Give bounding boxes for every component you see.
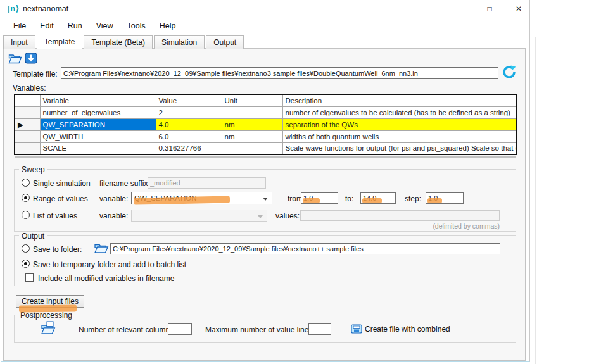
save-to-folder-radio[interactable] (22, 244, 30, 253)
cell-description[interactable]: separation of the QWs (282, 118, 517, 130)
background-edge-line (535, 37, 536, 364)
cell-description[interactable]: Scale wave functions for output (for psi… (282, 142, 517, 154)
cell-description[interactable]: number of eigenvalues to be calculated (… (282, 106, 517, 118)
row-selector[interactable] (15, 142, 40, 154)
table-row: number_of_eigenvalues 2 number of eigenv… (15, 106, 517, 118)
range-of-values-radio[interactable] (22, 194, 30, 202)
values-hint: (delimited by commas) (381, 222, 500, 230)
tab-input[interactable]: Input (3, 35, 35, 49)
relevant-column-label: Number of relevant column: (79, 325, 172, 334)
app-window: |n⟩ nextnanomat — □ ✕ File Edit Run View… (1, 0, 530, 362)
tab-output[interactable]: Output (206, 35, 244, 49)
list-variable-select[interactable] (131, 210, 267, 222)
to-input[interactable] (360, 192, 396, 204)
range-variable-value: QW_SEPARATION (134, 194, 197, 202)
row-selector-current-icon[interactable]: ▶ (15, 118, 40, 130)
to-label: to: (345, 194, 353, 203)
range-of-values-label: Range of values (33, 194, 88, 203)
create-combined-file-label[interactable]: Create file with combined (365, 325, 450, 334)
create-input-files-button[interactable]: Create input files (16, 295, 84, 308)
relevant-column-input[interactable] (168, 323, 192, 335)
list-of-values-label: List of values (33, 211, 77, 220)
row-selector[interactable] (15, 130, 40, 142)
table-row: SCALE 0.316227766 Scale wave functions f… (15, 142, 517, 154)
value-lines-input[interactable] (308, 323, 331, 335)
table-row-selected: ▶ QW_SEPARATION 4.0 nm separation of the… (15, 118, 517, 130)
column-header-description[interactable]: Description (282, 94, 517, 106)
open-template-folder-icon[interactable] (8, 53, 22, 66)
cell-unit[interactable] (222, 142, 282, 154)
output-folder-input[interactable] (110, 243, 500, 254)
tab-strip: Input Template Template (Beta) Simulatio… (3, 33, 245, 49)
cell-variable[interactable]: number_of_eigenvalues (40, 106, 156, 118)
row-selector[interactable] (15, 106, 40, 118)
from-input[interactable] (301, 192, 338, 204)
range-variable-select[interactable]: QW_SEPARATION (131, 192, 272, 204)
cell-description[interactable]: widths of both quantum wells (282, 130, 517, 142)
output-group-label: Output (19, 232, 47, 241)
postprocessing-folder-icon[interactable] (41, 321, 56, 337)
step-input[interactable] (426, 192, 464, 204)
cell-variable[interactable]: SCALE (40, 142, 156, 154)
cell-unit[interactable] (222, 106, 282, 118)
template-file-input[interactable] (61, 67, 498, 79)
template-file-label: Template file: (13, 70, 58, 78)
table-header-row: Variable Value Unit Description (15, 94, 517, 106)
chevron-down-icon (258, 215, 263, 218)
sweep-group-label: Sweep (19, 165, 48, 174)
column-header-variable[interactable]: Variable (40, 94, 156, 106)
include-variables-label: Include all modified variables in filena… (38, 274, 174, 283)
variables-table: Variable Value Unit Description number_o… (14, 94, 517, 155)
filename-suffix-label: filename suffix: (99, 179, 150, 188)
row-selector-header[interactable] (15, 94, 40, 106)
cell-variable[interactable]: QW_WIDTH (40, 130, 156, 142)
single-simulation-radio[interactable] (22, 179, 30, 187)
table-bottom-shadow (15, 156, 516, 158)
cell-value[interactable]: 0.316227766 (156, 142, 222, 154)
range-variable-label: variable: (99, 194, 128, 203)
load-template-icon[interactable] (25, 53, 37, 66)
single-simulation-label: Single simulation (33, 179, 91, 188)
save-to-temp-radio[interactable] (22, 260, 30, 268)
tab-simulation[interactable]: Simulation (154, 35, 205, 49)
column-header-value[interactable]: Value (156, 94, 222, 106)
step-label: step: (405, 194, 421, 203)
postprocessing-group-label: Postprocessing (18, 311, 75, 320)
save-to-folder-label: Save to folder: (33, 245, 82, 254)
table-row: QW_WIDTH 6.0 nm widths of both quantum w… (15, 130, 517, 142)
combined-file-icon[interactable] (351, 324, 362, 336)
list-of-values-radio[interactable] (22, 211, 30, 219)
cell-value[interactable]: 6.0 (156, 130, 222, 142)
values-label: values: (276, 211, 300, 220)
tab-template-beta[interactable]: Template (Beta) (84, 35, 153, 49)
value-lines-label: Maximum number of value lines: (205, 325, 315, 334)
browse-folder-icon[interactable] (94, 242, 109, 256)
desktop: |n⟩ nextnanomat — □ ✕ File Edit Run View… (0, 0, 608, 364)
column-header-unit[interactable]: Unit (222, 94, 282, 106)
cell-value[interactable]: 4.0 (156, 118, 222, 130)
save-to-temp-label: Save to temporary folder and add to batc… (33, 260, 186, 269)
include-variables-checkbox[interactable] (25, 273, 34, 282)
cell-unit[interactable]: nm (222, 118, 282, 130)
values-input[interactable] (300, 210, 500, 221)
refresh-icon[interactable] (502, 65, 516, 82)
filename-suffix-input[interactable] (148, 177, 266, 189)
cell-unit[interactable]: nm (222, 130, 282, 142)
list-variable-label: variable: (99, 211, 128, 220)
chevron-down-icon (263, 198, 268, 201)
cell-variable[interactable]: QW_SEPARATION (40, 118, 156, 130)
cell-value[interactable]: 2 (156, 106, 222, 118)
variables-label: Variables: (13, 84, 46, 92)
tab-template[interactable]: Template (37, 34, 83, 49)
